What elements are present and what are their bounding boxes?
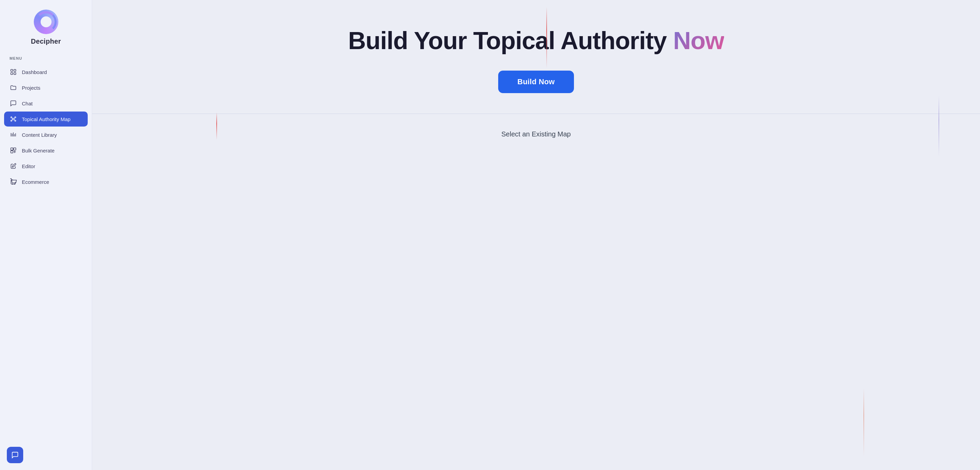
sidebar-bottom (0, 440, 92, 470)
svg-rect-0 (11, 70, 13, 71)
sidebar-item-bulk-generate[interactable]: Bulk Generate (4, 143, 88, 158)
topical-authority-map-icon (10, 115, 17, 123)
svg-line-11 (11, 119, 13, 121)
svg-point-5 (11, 117, 12, 118)
sidebar-item-label: Editor (22, 164, 35, 169)
svg-line-10 (14, 118, 15, 119)
logo-container: Decipher (0, 0, 92, 54)
svg-line-9 (11, 118, 13, 119)
sidebar: Decipher MENU Dashboard Projects (0, 0, 92, 470)
sidebar-item-ecommerce[interactable]: Ecommerce (4, 174, 88, 189)
svg-rect-2 (11, 73, 13, 75)
select-existing-map-text: Select an Existing Map (501, 130, 571, 138)
svg-point-6 (15, 117, 16, 118)
svg-rect-18 (11, 148, 13, 151)
svg-rect-20 (14, 148, 16, 151)
svg-rect-19 (11, 151, 13, 153)
chat-bubble-button[interactable] (7, 447, 23, 463)
hero-section: Build Your Topical Authority Now Build N… (92, 0, 980, 114)
svg-rect-1 (14, 70, 16, 71)
svg-line-12 (14, 119, 15, 121)
sidebar-item-dashboard[interactable]: Dashboard (4, 65, 88, 79)
svg-point-8 (15, 120, 16, 121)
projects-icon (10, 84, 17, 91)
sidebar-item-chat[interactable]: Chat (4, 96, 88, 111)
sidebar-item-editor[interactable]: Editor (4, 159, 88, 174)
bottom-section: Select an Existing Map (92, 114, 980, 470)
nav-items: Dashboard Projects Chat (0, 65, 92, 189)
sidebar-item-content-library[interactable]: Content Library (4, 127, 88, 142)
sidebar-item-label: Projects (22, 85, 40, 91)
chat-icon (10, 100, 17, 107)
sidebar-item-label: Ecommerce (22, 179, 49, 185)
svg-rect-3 (14, 73, 16, 75)
editor-icon (10, 162, 17, 170)
sidebar-item-label: Content Library (22, 132, 57, 138)
deco-line-1 (546, 7, 547, 68)
sidebar-item-label: Chat (22, 101, 33, 106)
hero-title-now-word: Now (673, 27, 724, 54)
content-library-icon (10, 131, 17, 138)
logo-icon (34, 10, 58, 34)
sidebar-item-topical-authority-map[interactable]: Topical Authority Map (4, 111, 88, 127)
dashboard-icon (10, 68, 17, 76)
ecommerce-icon (10, 178, 17, 186)
sidebar-item-projects[interactable]: Projects (4, 80, 88, 95)
sidebar-item-label: Topical Authority Map (22, 116, 71, 122)
hero-title-part1: Build Your Topical Authority (348, 27, 667, 54)
build-now-button[interactable]: Build Now (498, 71, 574, 93)
menu-label: MENU (0, 54, 92, 65)
hero-title: Build Your Topical Authority Now (348, 27, 724, 54)
app-name: Decipher (31, 38, 61, 45)
bulk-generate-icon (10, 147, 17, 154)
sidebar-item-label: Bulk Generate (22, 148, 55, 154)
sidebar-item-label: Dashboard (22, 69, 47, 75)
main-content: Build Your Topical Authority Now Build N… (92, 0, 980, 470)
svg-point-7 (11, 120, 12, 121)
